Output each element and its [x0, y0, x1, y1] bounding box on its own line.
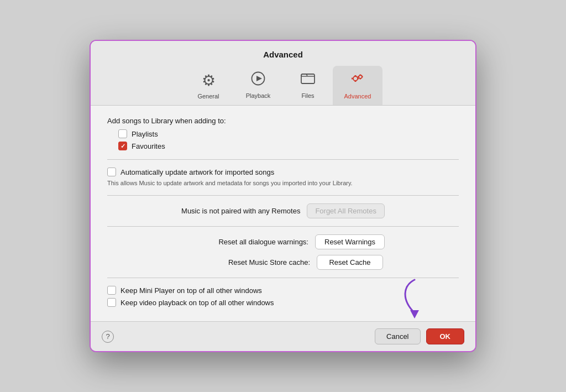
gear-icon: ⚙ [202, 71, 216, 90]
artwork-section: Automatically update artwork for importe… [107, 168, 459, 186]
video-row: Keep video playback on top of all other … [107, 298, 459, 307]
svg-rect-7 [352, 78, 353, 80]
reset-cache-button[interactable]: Reset Cache [317, 255, 383, 270]
svg-rect-6 [355, 81, 357, 82]
svg-marker-1 [256, 76, 262, 81]
svg-rect-11 [358, 76, 359, 78]
divider-4 [107, 278, 459, 278]
artwork-checkbox[interactable] [107, 168, 116, 176]
favourites-row: Favourites [107, 142, 459, 150]
divider-2 [107, 195, 459, 196]
forget-all-remotes-button: Forget All Remotes [307, 203, 385, 218]
svg-rect-12 [362, 76, 363, 78]
remotes-label: Music is not paired with any Remotes [181, 207, 300, 215]
play-icon [251, 71, 265, 89]
artwork-label: Automatically update artwork for importe… [120, 168, 274, 176]
tab-playback[interactable]: Playback [233, 66, 283, 105]
mini-player-checkbox[interactable] [107, 286, 116, 295]
svg-rect-10 [360, 79, 361, 80]
playlists-label: Playlists [132, 130, 158, 138]
advanced-gear-icon [349, 71, 366, 90]
tab-advanced[interactable]: Advanced [333, 66, 382, 105]
svg-rect-2 [301, 74, 315, 83]
ok-button[interactable]: OK [426, 328, 465, 344]
mini-player-section: Keep Mini Player on top of all other win… [107, 286, 459, 307]
tab-advanced-label: Advanced [344, 93, 371, 100]
mini-player-row: Keep Mini Player on top of all other win… [107, 286, 459, 295]
add-songs-section: Add songs to Library when adding to: Pla… [107, 117, 459, 150]
artwork-row: Automatically update artwork for importe… [107, 168, 459, 176]
dialog-footer: ? Cancel OK [91, 321, 475, 351]
reset-warnings-button[interactable]: Reset Warnings [315, 234, 385, 249]
footer-buttons: Cancel OK [375, 328, 464, 344]
favourites-label: Favourites [132, 142, 165, 150]
tab-playback-label: Playback [246, 92, 271, 99]
toolbar: ⚙ General Playback [91, 66, 475, 105]
tab-general[interactable]: ⚙ General [184, 66, 233, 105]
reset-warnings-row: Reset all dialogue warnings: Reset Warni… [107, 234, 459, 249]
dialog-body: Add songs to Library when adding to: Pla… [91, 106, 475, 321]
video-checkbox[interactable] [107, 298, 116, 307]
tab-files-label: Files [301, 92, 314, 99]
mini-player-label: Keep Mini Player on top of all other win… [120, 286, 262, 295]
svg-rect-8 [358, 78, 359, 80]
settings-dialog: Advanced ⚙ General Playback [90, 40, 476, 352]
divider-1 [107, 159, 459, 160]
svg-rect-9 [360, 75, 361, 76]
favourites-checkbox[interactable] [118, 142, 127, 150]
svg-point-3 [353, 76, 358, 81]
video-label: Keep video playback on top of all other … [120, 299, 274, 307]
dialog-title: Advanced [91, 50, 475, 59]
add-songs-label: Add songs to Library when adding to: [107, 117, 459, 125]
svg-rect-5 [355, 75, 357, 76]
divider-3 [107, 226, 459, 227]
reset-warnings-label: Reset all dialogue warnings: [181, 238, 308, 246]
tab-files[interactable]: Files [283, 66, 333, 105]
files-icon [300, 71, 316, 89]
playlists-row: Playlists [107, 129, 459, 138]
reset-cache-label: Reset Music Store cache: [183, 258, 310, 266]
dialog-header: Advanced ⚙ General Playback [91, 41, 475, 106]
artwork-hint: This allows Music to update artwork and … [107, 180, 459, 186]
cancel-button[interactable]: Cancel [375, 328, 420, 344]
tab-general-label: General [197, 93, 219, 100]
remotes-row: Music is not paired with any Remotes For… [107, 203, 459, 218]
help-button[interactable]: ? [102, 331, 114, 343]
reset-cache-row: Reset Music Store cache: Reset Cache [107, 255, 459, 270]
svg-point-4 [359, 75, 362, 79]
playlists-checkbox[interactable] [118, 129, 127, 138]
